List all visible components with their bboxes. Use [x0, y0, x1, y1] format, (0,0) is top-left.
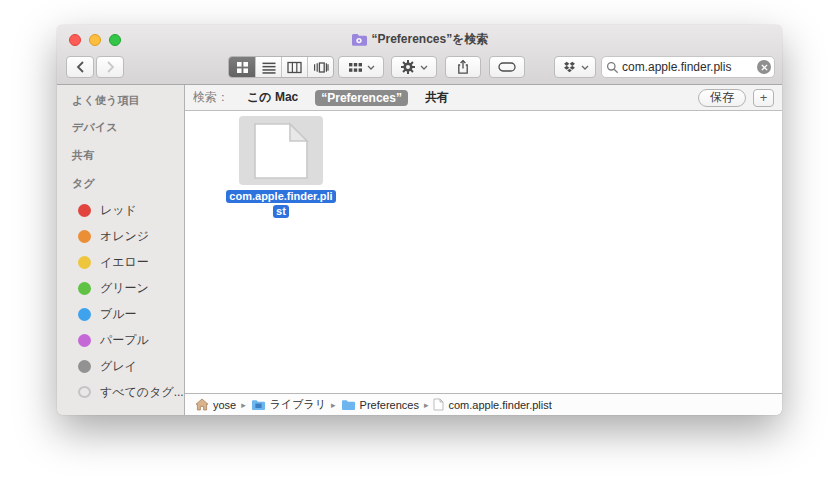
sidebar-item-tag-red[interactable]: レッド	[57, 197, 184, 223]
gray-tag-icon	[78, 360, 91, 373]
tag-label: オレンジ	[100, 228, 149, 245]
tag-label: パープル	[100, 332, 149, 349]
coverflow-view-icon	[313, 61, 329, 74]
coverflow-view-button[interactable]	[307, 57, 333, 77]
green-tag-icon	[78, 282, 91, 295]
file-icon-selection	[239, 116, 323, 185]
file-name-line1: com.apple.finder.pli	[226, 190, 335, 203]
view-mode-control	[228, 56, 334, 78]
window-title: “Preferences”を検索	[372, 31, 489, 48]
path-separator: ▸	[240, 400, 247, 410]
search-results-area[interactable]: com.apple.finder.pli st	[185, 111, 782, 393]
library-folder-icon	[251, 399, 266, 411]
share-button[interactable]	[445, 56, 481, 78]
path-label: ライブラリ	[270, 397, 326, 412]
add-criteria-button[interactable]: +	[753, 89, 774, 107]
share-icon	[455, 59, 471, 75]
sidebar-item-tag-blue[interactable]: ブルー	[57, 301, 184, 327]
tag-label: レッド	[100, 202, 137, 219]
toolbar	[57, 54, 782, 80]
folder-icon	[341, 399, 356, 411]
tag-label: ブルー	[100, 306, 137, 323]
purple-tag-icon	[78, 334, 91, 347]
gear-icon	[400, 59, 416, 75]
all-tags-icon	[78, 386, 91, 398]
scope-label: 検索：	[193, 89, 229, 106]
red-tag-icon	[78, 204, 91, 217]
sidebar-item-tag-green[interactable]: グリーン	[57, 275, 184, 301]
arrange-button[interactable]	[338, 56, 384, 78]
icon-view-button[interactable]	[229, 57, 255, 77]
tag-label: イエロー	[100, 254, 149, 271]
column-view-icon	[287, 61, 302, 74]
path-label: Preferences	[360, 399, 419, 411]
path-label: yose	[213, 399, 236, 411]
sidebar-item-tag-yellow[interactable]: イエロー	[57, 249, 184, 275]
file-name-line2: st	[273, 205, 289, 218]
sidebar-item-all-tags[interactable]: すべてのタグ...	[57, 379, 184, 405]
sidebar-item-tag-orange[interactable]: オレンジ	[57, 223, 184, 249]
home-icon	[195, 398, 209, 411]
path-item-preferences[interactable]: Preferences	[341, 399, 419, 411]
forward-button[interactable]	[96, 56, 124, 78]
path-item-library[interactable]: ライブラリ	[251, 397, 326, 412]
path-item-home[interactable]: yose	[195, 398, 236, 411]
sidebar-section-favorites: よく使う項目	[57, 87, 184, 113]
scope-shared[interactable]: 共有	[419, 88, 455, 107]
document-icon	[433, 398, 444, 411]
list-view-icon	[262, 61, 276, 74]
finder-window: “Preferences”を検索	[57, 25, 782, 415]
chevron-down-icon	[420, 65, 428, 70]
search-scope-bar: 検索： この Mac “Preferences” 共有 保存 +	[185, 85, 782, 111]
blue-tag-icon	[78, 308, 91, 321]
back-button[interactable]	[66, 56, 94, 78]
path-bar: yose ▸ ライブラリ ▸ Preferences ▸	[185, 393, 782, 415]
orange-tag-icon	[78, 230, 91, 243]
clear-search-icon[interactable]	[757, 60, 771, 74]
path-separator: ▸	[423, 400, 430, 410]
sidebar-item-tag-purple[interactable]: パープル	[57, 327, 184, 353]
path-separator: ▸	[330, 400, 337, 410]
path-item-file[interactable]: com.apple.finder.plist	[433, 398, 551, 411]
smart-folder-icon	[351, 33, 367, 46]
sidebar-section-tags: タグ	[57, 169, 184, 197]
sidebar: よく使う項目 デバイス 共有 タグ レッド オレンジ イエロー グリーン	[57, 85, 185, 415]
action-menu-button[interactable]	[391, 56, 437, 78]
scope-preferences-folder[interactable]: “Preferences”	[315, 90, 408, 106]
arrange-icon	[348, 62, 363, 73]
tag-label: グレイ	[100, 358, 137, 375]
dropbox-button[interactable]	[554, 56, 596, 78]
column-view-button[interactable]	[281, 57, 307, 77]
file-item-selected[interactable]: com.apple.finder.pli st	[225, 116, 337, 218]
tag-label: すべてのタグ...	[100, 384, 184, 401]
window-header: “Preferences”を検索	[57, 25, 782, 85]
tag-button[interactable]	[489, 56, 525, 78]
save-search-button[interactable]: 保存	[698, 89, 746, 107]
yellow-tag-icon	[78, 256, 91, 269]
sidebar-item-tag-gray[interactable]: グレイ	[57, 353, 184, 379]
sidebar-section-devices: デバイス	[57, 113, 184, 141]
path-label: com.apple.finder.plist	[448, 399, 551, 411]
tag-icon	[498, 61, 516, 73]
dropbox-icon	[562, 60, 577, 74]
sidebar-section-shared: 共有	[57, 141, 184, 169]
chevron-down-icon	[581, 65, 589, 70]
grid-view-icon	[236, 61, 249, 74]
list-view-button[interactable]	[255, 57, 281, 77]
tag-label: グリーン	[100, 280, 149, 297]
titlebar: “Preferences”を検索	[57, 29, 782, 49]
search-input[interactable]	[622, 60, 754, 74]
file-name: com.apple.finder.pli st	[225, 188, 337, 218]
scope-this-mac[interactable]: この Mac	[241, 88, 304, 107]
plist-document-icon	[253, 121, 309, 181]
search-field[interactable]	[601, 56, 775, 78]
chevron-down-icon	[367, 65, 375, 70]
search-icon	[606, 61, 619, 74]
